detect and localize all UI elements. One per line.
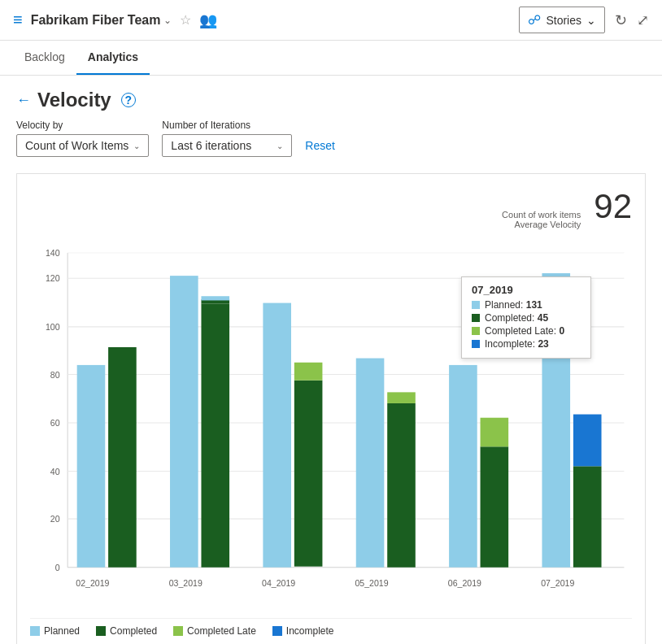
bar-03-completed <box>201 304 229 568</box>
svg-text:03_2019: 03_2019 <box>169 577 203 587</box>
legend-planned: Planned <box>30 625 80 637</box>
chart-meta: Count of work items Average Velocity <box>502 210 581 229</box>
chart-legend: Planned Completed Completed Late Incompl… <box>30 618 632 637</box>
chart-container: Count of work items Average Velocity 92 … <box>16 173 646 644</box>
velocity-by-chevron: ⌄ <box>133 141 140 150</box>
svg-text:100: 100 <box>46 322 60 332</box>
legend-completed-late-label: Completed Late <box>187 625 256 637</box>
iterations-label: Number of Iterations <box>162 120 292 131</box>
bar-06-completed-late <box>481 418 509 447</box>
stories-label: Stories <box>546 14 581 27</box>
bar-02-planned <box>77 365 106 568</box>
legend-planned-label: Planned <box>44 625 80 637</box>
svg-text:120: 120 <box>46 273 60 283</box>
bar-06-planned <box>449 365 477 568</box>
chart-header: Count of work items Average Velocity 92 <box>30 187 632 229</box>
stories-button[interactable]: ☍ Stories ⌄ <box>519 7 605 33</box>
back-button[interactable]: ← <box>16 92 31 109</box>
bar-07-completed <box>573 466 602 567</box>
velocity-by-group: Velocity by Count of Work Items ⌄ <box>16 120 149 157</box>
reset-button[interactable]: Reset <box>305 134 335 157</box>
velocity-by-select[interactable]: Count of Work Items ⌄ <box>16 134 149 157</box>
bar-07-incomplete <box>573 415 602 467</box>
svg-text:0: 0 <box>55 562 60 572</box>
refresh-button[interactable]: ↻ <box>615 11 627 29</box>
stories-icon: ☍ <box>528 12 541 28</box>
people-icon[interactable]: 👥 <box>199 11 217 29</box>
svg-text:07_2019: 07_2019 <box>541 577 574 587</box>
stories-chevron: ⌄ <box>586 14 596 27</box>
bar-04-planned <box>263 303 291 568</box>
legend-incomplete-label: Incomplete <box>286 625 334 637</box>
legend-completed-label: Completed <box>110 625 157 637</box>
help-icon[interactable]: ? <box>121 93 136 107</box>
iterations-group: Number of Iterations Last 6 iterations ⌄ <box>162 120 292 157</box>
app-icon: ≡ <box>13 11 23 29</box>
bar-05-planned <box>356 359 385 568</box>
svg-text:05_2019: 05_2019 <box>355 577 388 587</box>
nav-tabs: Backlog Analytics <box>0 41 662 76</box>
iterations-value: Last 6 iterations <box>171 139 251 152</box>
bar-04-completed <box>294 381 323 567</box>
legend-incomplete: Incomplete <box>272 625 334 637</box>
expand-button[interactable]: ⤢ <box>637 11 649 29</box>
tab-backlog[interactable]: Backlog <box>13 41 76 75</box>
svg-text:06_2019: 06_2019 <box>448 577 481 587</box>
svg-text:60: 60 <box>50 418 60 428</box>
bar-04-completed-late <box>294 363 323 381</box>
svg-text:140: 140 <box>46 248 60 258</box>
tab-analytics[interactable]: Analytics <box>76 41 150 75</box>
velocity-by-value: Count of Work Items <box>25 139 128 152</box>
avg-velocity-value: 92 <box>594 187 632 226</box>
svg-text:40: 40 <box>50 466 60 476</box>
svg-text:20: 20 <box>50 514 60 524</box>
bar-06-completed <box>481 446 509 567</box>
chart-area: 0 20 40 60 80 100 120 140 <box>30 236 632 610</box>
legend-completed-late-color <box>173 626 183 636</box>
legend-completed-color <box>96 626 106 636</box>
iterations-chevron: ⌄ <box>277 141 283 150</box>
chart-svg: 0 20 40 60 80 100 120 140 <box>30 236 632 610</box>
page-title: Velocity <box>37 89 111 111</box>
svg-text:04_2019: 04_2019 <box>262 577 295 587</box>
filter-row: Velocity by Count of Work Items ⌄ Number… <box>16 120 646 157</box>
bar-02-completed <box>108 347 137 568</box>
main-content: ← Velocity ? Velocity by Count of Work I… <box>0 76 662 644</box>
bar-07-planned <box>542 273 570 568</box>
legend-completed: Completed <box>96 625 157 637</box>
iterations-select[interactable]: Last 6 iterations ⌄ <box>162 134 292 157</box>
svg-text:80: 80 <box>50 369 60 379</box>
svg-text:02_2019: 02_2019 <box>76 577 109 587</box>
chart-meta-top: Count of work items <box>502 210 581 220</box>
legend-planned-color <box>30 626 40 636</box>
bar-05-completed-late <box>387 392 416 403</box>
page-title-row: ← Velocity ? <box>16 89 646 111</box>
velocity-by-label: Velocity by <box>16 120 149 131</box>
bar-03-planned <box>170 276 198 568</box>
team-chevron[interactable]: ⌄ <box>163 15 172 26</box>
bar-03-top-indicator <box>201 296 229 300</box>
legend-incomplete-color <box>272 626 282 636</box>
chart-meta-bottom: Average Velocity <box>502 220 581 229</box>
header: ≡ Fabrikam Fiber Team ⌄ ☆ 👥 ☍ Stories ⌄ … <box>0 0 662 41</box>
bar-05-completed <box>387 403 416 568</box>
team-name: Fabrikam Fiber Team <box>31 13 161 28</box>
top-right-actions: ☍ Stories ⌄ ↻ ⤢ <box>519 7 649 33</box>
favorite-icon[interactable]: ☆ <box>180 12 191 28</box>
legend-completed-late: Completed Late <box>173 625 256 637</box>
